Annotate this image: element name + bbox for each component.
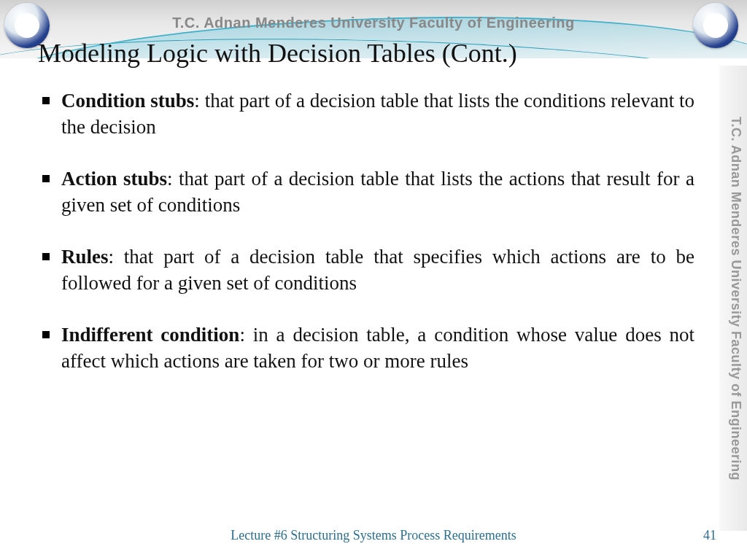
- bullet-text: Indifferent condition: in a decision tab…: [61, 322, 694, 375]
- bullet-term: Action stubs: [61, 168, 167, 190]
- bullet-item: Indifferent condition: in a decision tab…: [42, 322, 694, 375]
- bullet-term: Rules: [61, 246, 109, 268]
- footer: Lecture #6 Structuring Systems Process R…: [0, 528, 747, 547]
- bullet-desc: : that part of a decision table that spe…: [61, 246, 694, 294]
- bullet-marker-icon: [42, 175, 50, 182]
- bullet-item: Condition stubs: that part of a decision…: [42, 88, 694, 141]
- side-banner: T.C. Adnan Menderes University Faculty o…: [719, 66, 747, 531]
- header-banner-text: T.C. Adnan Menderes University Faculty o…: [0, 15, 747, 31]
- slide-content: Condition stubs: that part of a decision…: [42, 88, 694, 509]
- bullet-term: Indifferent condition: [61, 324, 239, 346]
- bullet-text: Action stubs: that part of a decision ta…: [61, 166, 694, 219]
- footer-lecture-title: Lecture #6 Structuring Systems Process R…: [0, 528, 747, 543]
- side-banner-text: T.C. Adnan Menderes University Faculty o…: [728, 117, 743, 481]
- bullet-marker-icon: [42, 97, 50, 104]
- bullet-item: Action stubs: that part of a decision ta…: [42, 166, 694, 219]
- bullet-marker-icon: [42, 331, 50, 338]
- slide-title: Modeling Logic with Decision Tables (Con…: [38, 38, 703, 69]
- bullet-item: Rules: that part of a decision table tha…: [42, 244, 694, 297]
- bullet-text: Rules: that part of a decision table tha…: [61, 244, 694, 297]
- footer-page-number: 41: [703, 528, 716, 543]
- bullet-term: Condition stubs: [61, 90, 194, 112]
- bullet-text: Condition stubs: that part of a decision…: [61, 88, 694, 141]
- bullet-marker-icon: [42, 253, 50, 260]
